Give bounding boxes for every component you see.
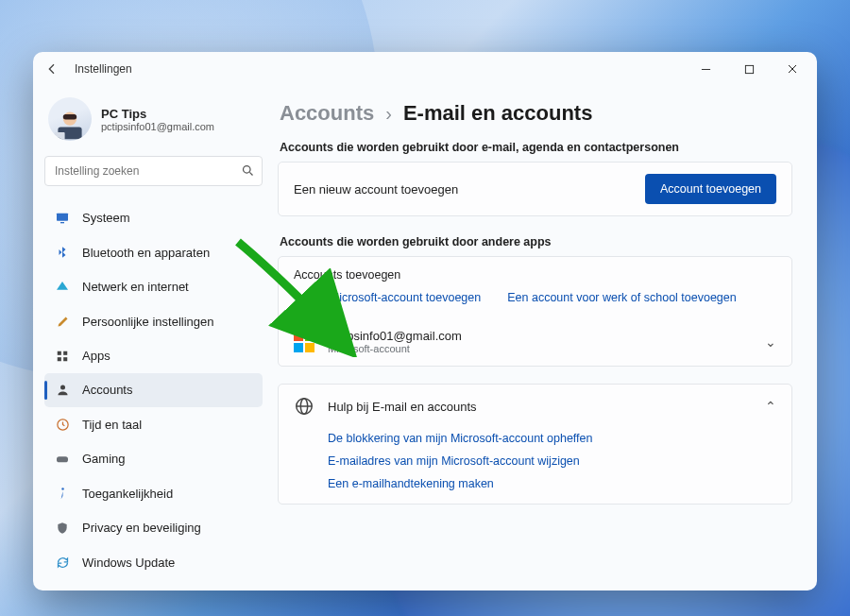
account-email: pctipsinfo01@gmail.com bbox=[328, 329, 462, 343]
sidebar-item-brush[interactable]: Persoonlijke instellingen bbox=[44, 304, 263, 337]
chevron-up-icon: ⌃ bbox=[765, 399, 776, 414]
section-heading-email: Accounts die worden gebruikt door e-mail… bbox=[280, 141, 790, 154]
gamepad-icon bbox=[54, 452, 71, 467]
card-other-apps: Accounts toevoegen Een Microsoft-account… bbox=[278, 256, 792, 367]
sidebar-item-label: Privacy en beveiliging bbox=[82, 521, 201, 535]
svg-rect-5 bbox=[55, 132, 65, 140]
sidebar-item-label: Netwerk en internet bbox=[82, 280, 189, 294]
microsoft-logo-icon bbox=[294, 332, 314, 352]
svg-rect-12 bbox=[63, 357, 67, 361]
link-add-ms-account[interactable]: Een Microsoft-account toevoegen bbox=[305, 291, 481, 304]
bluetooth-icon bbox=[54, 246, 71, 259]
main-content: Accounts › E-mail en accounts Accounts d… bbox=[274, 86, 817, 590]
apps-icon bbox=[54, 350, 71, 363]
account-type: Microsoft-account bbox=[328, 343, 462, 354]
settings-window: Instellingen PC Tips pctipsinfo01@gmail bbox=[33, 52, 817, 590]
card-help: Hulp bij E-mail en accounts ⌃ De blokker… bbox=[278, 384, 792, 505]
sidebar-item-label: Persoonlijke instellingen bbox=[82, 315, 213, 329]
card-add-email-account: Een nieuw account toevoegen Account toev… bbox=[278, 162, 792, 216]
sidebar-item-gamepad[interactable]: Gaming bbox=[44, 442, 263, 475]
search-box bbox=[44, 156, 263, 186]
svg-rect-9 bbox=[58, 351, 61, 354]
add-account-button[interactable]: Account toevoegen bbox=[645, 174, 776, 204]
sidebar-item-wifi[interactable]: Netwerk en internet bbox=[44, 270, 263, 303]
sidebar-item-apps[interactable]: Apps bbox=[44, 339, 263, 372]
svg-rect-11 bbox=[58, 357, 61, 361]
link-add-work-account[interactable]: Een account voor werk of school toevoege… bbox=[507, 291, 737, 304]
sidebar-nav: SysteemBluetooth en apparatenNetwerk en … bbox=[44, 201, 263, 579]
shield-icon bbox=[54, 522, 71, 535]
sidebar-item-label: Systeem bbox=[82, 211, 130, 225]
clock-icon bbox=[54, 418, 71, 432]
help-link[interactable]: E-mailadres van mijn Microsoft-account w… bbox=[328, 454, 776, 468]
sidebar-item-update[interactable]: Windows Update bbox=[44, 546, 263, 579]
sidebar-item-label: Toegankelijkheid bbox=[82, 487, 173, 501]
accessibility-icon bbox=[54, 487, 71, 501]
add-account-label: Een nieuw account toevoegen bbox=[294, 182, 458, 197]
person-icon bbox=[54, 383, 71, 397]
sidebar-item-monitor[interactable]: Systeem bbox=[44, 201, 263, 234]
titlebar: Instellingen bbox=[33, 52, 817, 86]
page-title: E-mail en accounts bbox=[403, 101, 593, 126]
search-input[interactable] bbox=[44, 156, 263, 186]
svg-point-13 bbox=[60, 385, 65, 390]
add-accounts-subheading: Accounts toevoegen bbox=[294, 268, 400, 282]
window-title: Instellingen bbox=[75, 62, 132, 76]
help-heading: Hulp bij E-mail en accounts bbox=[328, 400, 477, 414]
brush-icon bbox=[54, 315, 71, 329]
sidebar-item-label: Windows Update bbox=[82, 556, 175, 570]
sidebar-item-accessibility[interactable]: Toegankelijkheid bbox=[44, 477, 263, 510]
sidebar-item-bluetooth[interactable]: Bluetooth en apparaten bbox=[44, 235, 263, 268]
profile[interactable]: PC Tips pctipsinfo01@gmail.com bbox=[44, 92, 263, 150]
avatar bbox=[48, 97, 92, 141]
section-heading-other-apps: Accounts die worden gebruikt door andere… bbox=[280, 235, 790, 248]
chevron-down-icon: ⌄ bbox=[765, 334, 776, 350]
sidebar-item-clock[interactable]: Tijd en taal bbox=[44, 408, 263, 441]
sidebar-item-label: Apps bbox=[82, 349, 110, 363]
breadcrumb: Accounts › E-mail en accounts bbox=[280, 101, 792, 126]
sidebar-item-label: Gaming bbox=[82, 452, 126, 466]
svg-rect-10 bbox=[63, 351, 67, 354]
back-button[interactable] bbox=[42, 60, 61, 78]
svg-rect-15 bbox=[57, 456, 68, 462]
sidebar-item-label: Bluetooth en apparaten bbox=[82, 246, 210, 260]
profile-email: pctipsinfo01@gmail.com bbox=[101, 121, 214, 132]
minimize-button[interactable] bbox=[687, 56, 724, 82]
sidebar-item-label: Tijd en taal bbox=[82, 418, 142, 432]
sidebar-item-person[interactable]: Accounts bbox=[44, 373, 263, 406]
monitor-icon bbox=[54, 211, 71, 226]
breadcrumb-root[interactable]: Accounts bbox=[280, 101, 374, 126]
account-row[interactable]: pctipsinfo01@gmail.com Microsoft-account… bbox=[279, 317, 791, 366]
profile-name: PC Tips bbox=[101, 107, 214, 121]
help-header[interactable]: Hulp bij E-mail en accounts ⌃ bbox=[279, 385, 791, 428]
svg-rect-1 bbox=[745, 65, 753, 73]
update-icon bbox=[54, 556, 71, 570]
svg-rect-8 bbox=[60, 222, 64, 223]
sidebar-item-shield[interactable]: Privacy en beveiliging bbox=[44, 511, 263, 544]
svg-rect-7 bbox=[57, 213, 68, 220]
wifi-icon bbox=[54, 280, 71, 295]
sidebar: PC Tips pctipsinfo01@gmail.com SysteemBl… bbox=[33, 86, 274, 590]
sidebar-item-label: Accounts bbox=[82, 383, 132, 397]
svg-rect-4 bbox=[63, 114, 76, 119]
svg-rect-0 bbox=[701, 69, 709, 70]
help-link[interactable]: De blokkering van mijn Microsoft-account… bbox=[328, 432, 776, 445]
chevron-right-icon: › bbox=[385, 103, 392, 125]
help-link[interactable]: Een e-mailhandtekening maken bbox=[328, 477, 776, 490]
close-button[interactable] bbox=[774, 56, 811, 82]
globe-icon bbox=[294, 396, 314, 417]
svg-point-16 bbox=[61, 488, 64, 490]
maximize-button[interactable] bbox=[730, 56, 768, 82]
